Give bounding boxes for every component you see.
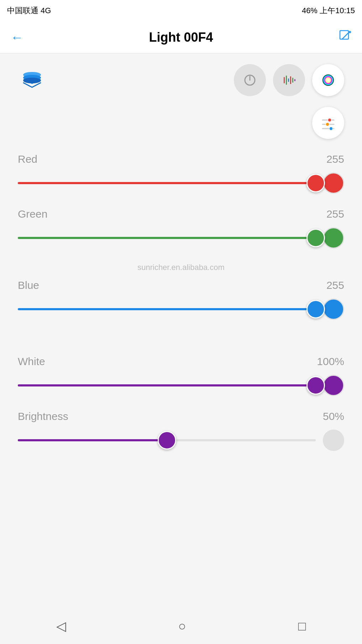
icon-buttons bbox=[234, 64, 344, 96]
red-slider-section: Red 255 bbox=[18, 153, 344, 194]
white-indicator bbox=[323, 375, 344, 396]
green-slider-header: Green 255 bbox=[18, 208, 344, 220]
red-label: Red bbox=[18, 153, 37, 165]
status-right: 46% 上午10:15 bbox=[302, 5, 355, 16]
green-label: Green bbox=[18, 208, 47, 220]
svg-rect-7 bbox=[288, 78, 289, 82]
blue-slider-fill bbox=[18, 308, 316, 310]
power-button[interactable] bbox=[234, 64, 266, 96]
blue-slider-section: Blue 255 bbox=[18, 279, 344, 320]
watermark: sunricher.en.alibaba.com bbox=[18, 263, 344, 272]
blue-indicator bbox=[323, 298, 344, 320]
brightness-indicator bbox=[323, 430, 344, 451]
time-text: 上午10:15 bbox=[320, 5, 355, 16]
brightness-label: Brightness bbox=[18, 410, 68, 422]
back-button[interactable]: ← bbox=[11, 30, 23, 45]
svg-rect-10 bbox=[294, 79, 295, 81]
white-slider-header: White 100% bbox=[18, 355, 344, 368]
blue-slider-thumb[interactable] bbox=[306, 300, 325, 318]
blue-slider-row[interactable] bbox=[18, 298, 344, 320]
blue-label: Blue bbox=[18, 279, 39, 291]
white-slider-track[interactable] bbox=[18, 384, 316, 386]
red-indicator bbox=[323, 172, 344, 194]
status-left: 中国联通 4G bbox=[7, 5, 51, 16]
svg-rect-8 bbox=[290, 76, 291, 84]
red-slider-header: Red 255 bbox=[18, 153, 344, 165]
green-slider-track[interactable] bbox=[18, 237, 316, 239]
brightness-value: 50% bbox=[323, 410, 344, 422]
blue-slider-track[interactable] bbox=[18, 308, 316, 310]
stack-icon-wrap[interactable] bbox=[18, 66, 46, 94]
home-nav-button[interactable]: ○ bbox=[178, 619, 186, 634]
brightness-slider-fill bbox=[18, 439, 167, 441]
carrier-text: 中国联通 4G bbox=[7, 5, 51, 16]
red-slider-track[interactable] bbox=[18, 182, 316, 184]
red-slider-thumb[interactable] bbox=[306, 174, 325, 192]
green-slider-thumb[interactable] bbox=[306, 229, 325, 247]
blue-slider-header: Blue 255 bbox=[18, 279, 344, 291]
edit-button[interactable] bbox=[339, 29, 351, 45]
brightness-slider-thumb[interactable] bbox=[158, 431, 176, 450]
svg-point-3 bbox=[23, 78, 41, 83]
svg-rect-6 bbox=[286, 76, 287, 85]
battery-text: 46% bbox=[302, 6, 318, 15]
icon-row bbox=[18, 64, 344, 96]
layers-icon bbox=[20, 68, 44, 93]
back-nav-button[interactable]: ◁ bbox=[56, 619, 66, 634]
brightness-slider-section: Brightness 50% bbox=[18, 410, 344, 451]
white-slider-thumb[interactable] bbox=[306, 376, 325, 395]
white-slider-section: White 100% bbox=[18, 355, 344, 396]
svg-point-18 bbox=[329, 127, 333, 130]
svg-rect-5 bbox=[284, 77, 285, 83]
settings-panel bbox=[18, 107, 344, 139]
blue-value: 255 bbox=[326, 279, 344, 291]
green-slider-row[interactable] bbox=[18, 227, 344, 249]
svg-rect-0 bbox=[340, 31, 348, 39]
white-slider-fill bbox=[18, 384, 316, 386]
red-slider-fill bbox=[18, 182, 316, 184]
svg-rect-9 bbox=[292, 78, 293, 83]
green-slider-section: Green 255 bbox=[18, 208, 344, 249]
status-bar: 中国联通 4G 46% 上午10:15 bbox=[0, 0, 362, 21]
settings-button[interactable] bbox=[312, 107, 344, 139]
red-value: 255 bbox=[326, 153, 344, 165]
svg-point-16 bbox=[326, 123, 329, 126]
brightness-slider-row[interactable] bbox=[18, 430, 344, 451]
red-slider-row[interactable] bbox=[18, 172, 344, 194]
svg-point-14 bbox=[328, 118, 331, 122]
green-slider-fill bbox=[18, 237, 316, 239]
top-nav: ← Light 00F4 bbox=[0, 21, 362, 53]
music-button[interactable] bbox=[273, 64, 305, 96]
white-slider-row[interactable] bbox=[18, 375, 344, 396]
color-picker-button[interactable] bbox=[312, 64, 344, 96]
spacer-1 bbox=[18, 334, 344, 355]
green-indicator bbox=[323, 227, 344, 249]
svg-point-12 bbox=[325, 77, 331, 83]
main-content: Red 255 Green 255 sunricher.en.alibaba.c… bbox=[0, 53, 362, 451]
bottom-nav: ◁ ○ □ bbox=[0, 608, 362, 644]
green-value: 255 bbox=[326, 208, 344, 220]
white-value: 100% bbox=[317, 355, 344, 368]
recent-nav-button[interactable]: □ bbox=[298, 619, 306, 634]
brightness-slider-header: Brightness 50% bbox=[18, 410, 344, 422]
page-title: Light 00F4 bbox=[149, 30, 213, 45]
white-label: White bbox=[18, 355, 45, 368]
brightness-slider-track[interactable] bbox=[18, 439, 316, 441]
